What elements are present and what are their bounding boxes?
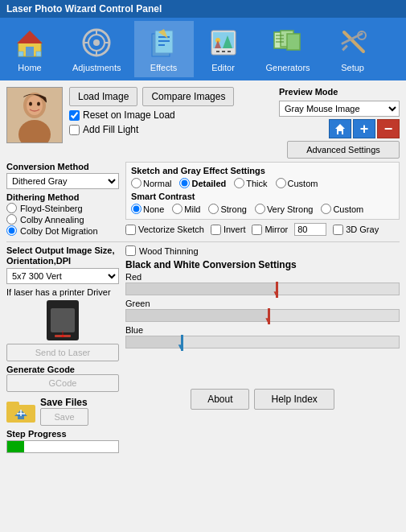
colby-dot-migration-label: Colby Dot Migration bbox=[20, 226, 98, 236]
contrast-very-strong-radio[interactable] bbox=[255, 204, 265, 214]
progress-bar-container bbox=[6, 440, 119, 453]
colby-dot-migration-radio[interactable] bbox=[6, 225, 17, 236]
toolbar-effects-label: Effects bbox=[150, 63, 177, 72]
dithering-method-label: Dithering Method bbox=[6, 192, 119, 202]
sketch-custom-radio[interactable] bbox=[276, 178, 286, 188]
home-icon bbox=[13, 26, 47, 60]
preview-minus-icon[interactable]: − bbox=[377, 119, 400, 138]
smart-contrast-label: Smart Contrast bbox=[131, 192, 195, 201]
preview-home-icon[interactable] bbox=[329, 119, 351, 138]
preview-mode-select[interactable]: Gray Mouse Image bbox=[279, 101, 400, 117]
vectorize-sketch-checkbox[interactable] bbox=[125, 225, 136, 235]
toolbar-setup[interactable]: Setup bbox=[323, 21, 383, 77]
value-80-input[interactable] bbox=[294, 223, 326, 236]
wood-thinning-checkbox[interactable] bbox=[125, 245, 136, 256]
advanced-settings-button[interactable]: Advanced Settings bbox=[287, 141, 400, 159]
conversion-method-label: Conversion Method bbox=[6, 162, 119, 171]
sketch-title: Sketch and Gray Effect Settings bbox=[131, 166, 394, 175]
save-button[interactable]: Save bbox=[40, 408, 88, 426]
contrast-very-strong-label: Very Strong bbox=[267, 204, 313, 214]
preview-icons: + − bbox=[329, 119, 400, 138]
contrast-mild-label: Mild bbox=[184, 204, 200, 214]
contrast-custom-radio[interactable] bbox=[321, 204, 331, 214]
svg-rect-2 bbox=[26, 47, 34, 56]
about-button[interactable]: About bbox=[191, 389, 249, 410]
conversion-method-select[interactable]: Dithered Gray bbox=[6, 173, 119, 189]
invert-checkbox[interactable] bbox=[211, 225, 221, 235]
svg-point-39 bbox=[27, 96, 43, 115]
red-slider-thumb bbox=[276, 282, 278, 298]
editor-icon bbox=[207, 26, 240, 60]
main-content: Load Image Compare Images Reset on Image… bbox=[0, 80, 406, 460]
gcode-label: Generate Gcode bbox=[6, 365, 119, 374]
toolbar-editor-label: Editor bbox=[211, 63, 235, 72]
laser-printer-label: If laser has a printer Driver bbox=[6, 287, 119, 297]
toolbar-effects[interactable]: Effects bbox=[134, 21, 194, 77]
green-slider-row: Green ▼ bbox=[125, 299, 400, 322]
svg-rect-3 bbox=[18, 52, 23, 56]
3d-gray-checkbox[interactable] bbox=[333, 225, 343, 235]
vectorize-sketch-label: Vectorize Sketch bbox=[138, 225, 204, 234]
toolbar-editor[interactable]: Editor bbox=[194, 21, 253, 77]
svg-marker-42 bbox=[335, 124, 345, 129]
compare-images-button[interactable]: Compare Images bbox=[142, 87, 234, 106]
3d-gray-label: 3D Gray bbox=[346, 225, 379, 234]
add-fill-light-checkbox[interactable] bbox=[69, 125, 80, 135]
help-index-button[interactable]: Help Index bbox=[254, 389, 334, 410]
contrast-mild-radio[interactable] bbox=[172, 204, 182, 214]
app-title: Laser Photo Wizard Control Panel bbox=[6, 3, 162, 14]
sketch-normal-label: Normal bbox=[143, 179, 171, 188]
svg-point-7 bbox=[93, 39, 100, 46]
sketch-thick-radio[interactable] bbox=[234, 178, 244, 188]
title-bar: Laser Photo Wizard Control Panel bbox=[0, 0, 406, 18]
sketch-normal-radio[interactable] bbox=[131, 178, 141, 188]
dithering-section: Dithering Method Floyd-Steinberg Colby A… bbox=[6, 192, 119, 236]
contrast-none-radio[interactable] bbox=[131, 204, 141, 214]
send-to-laser-button[interactable]: Send to Laser bbox=[6, 344, 119, 361]
toolbar-home[interactable]: Home bbox=[0, 21, 59, 77]
blue-slider-track[interactable]: ▼ bbox=[125, 336, 400, 348]
green-slider-track[interactable]: ▼ bbox=[125, 309, 400, 322]
output-size-select[interactable]: 5x7 300 Vert bbox=[6, 268, 119, 284]
photo-preview bbox=[6, 87, 63, 143]
colby-annealing-radio[interactable] bbox=[6, 214, 17, 225]
effects-icon bbox=[147, 26, 181, 60]
contrast-strong-radio[interactable] bbox=[208, 204, 219, 214]
invert-label: Invert bbox=[224, 225, 246, 234]
toolbar-home-label: Home bbox=[18, 63, 41, 72]
wood-thinning-label: Wood Thinning bbox=[139, 246, 199, 256]
contrast-none-label: None bbox=[143, 204, 164, 214]
red-slider-row: Red ▼ bbox=[125, 272, 400, 295]
bw-conversion-panel: Wood Thinning Black and White Conversion… bbox=[125, 245, 400, 453]
contrast-strong-label: Strong bbox=[220, 204, 246, 214]
blue-slider-row: Blue ▼ bbox=[125, 325, 400, 348]
toolbar-adjustments-label: Adjustments bbox=[72, 63, 121, 72]
floyd-steinberg-radio[interactable] bbox=[6, 203, 17, 213]
svg-rect-28 bbox=[287, 34, 300, 50]
green-slider-thumb bbox=[268, 308, 270, 324]
red-slider-track[interactable]: ▼ bbox=[125, 282, 400, 295]
laser-device-icon: ↓ bbox=[47, 300, 79, 340]
blue-label: Blue bbox=[125, 325, 400, 335]
mirror-label: Mirror bbox=[265, 225, 288, 234]
colby-annealing-label: Colby Annealing bbox=[20, 215, 84, 225]
svg-rect-35 bbox=[342, 45, 348, 52]
contrast-custom-label: Custom bbox=[333, 204, 363, 214]
toolbar-generators-label: Generators bbox=[266, 63, 310, 72]
mirror-checkbox[interactable] bbox=[252, 225, 262, 235]
svg-point-40 bbox=[29, 102, 32, 106]
output-select-label: Select Output Image Size, Orientation,DP… bbox=[6, 245, 119, 266]
gcode-button[interactable]: GCode bbox=[6, 374, 119, 392]
sketch-section: Sketch and Gray Effect Settings Normal D… bbox=[125, 162, 400, 220]
preview-mode-label: Preview Mode bbox=[279, 87, 338, 97]
red-label: Red bbox=[125, 272, 400, 282]
preview-plus-icon[interactable]: + bbox=[353, 119, 375, 138]
generators-icon bbox=[271, 26, 305, 60]
sketch-detailed-radio[interactable] bbox=[179, 178, 190, 188]
sketch-detailed-label: Detailed bbox=[191, 179, 226, 188]
toolbar-adjustments[interactable]: Adjustments bbox=[59, 21, 134, 77]
reset-checkbox[interactable] bbox=[69, 110, 80, 121]
toolbar-generators[interactable]: Generators bbox=[253, 21, 323, 77]
load-image-button[interactable]: Load Image bbox=[69, 87, 137, 106]
svg-rect-4 bbox=[36, 52, 41, 56]
